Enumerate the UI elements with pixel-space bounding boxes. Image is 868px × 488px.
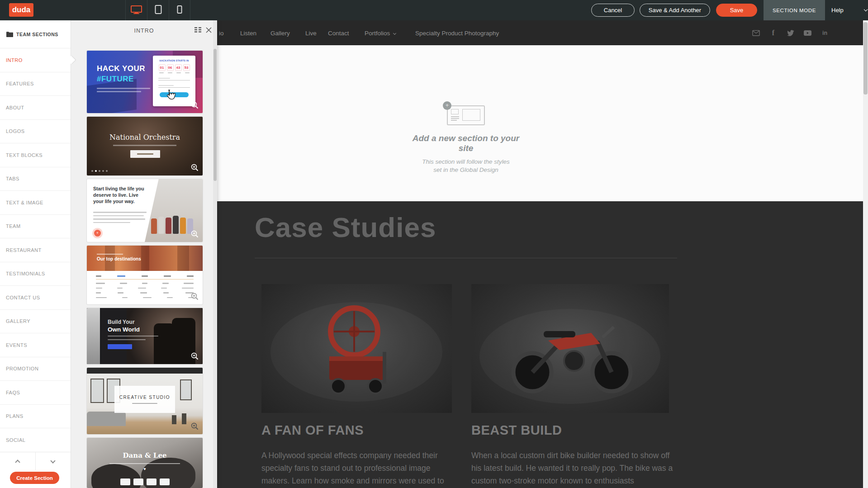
nav-link-gallery[interactable]: Gallery — [270, 30, 290, 37]
case-study-image-fan — [261, 284, 452, 413]
duda-editor: duda Cancel Save & Add Another Save SECT… — [0, 0, 868, 488]
layout-grid-icon[interactable] — [194, 27, 201, 34]
form-button — [160, 92, 189, 97]
create-section-button[interactable]: Create Section — [10, 472, 59, 484]
sidebar-item-text-blocks[interactable]: TEXT BLOCKS — [0, 143, 71, 167]
sidebar-header: TEAM SECTIONS — [0, 20, 71, 48]
thumb-title: National Orchestra — [87, 133, 203, 142]
template-thumbnail-build-your-own-world[interactable]: Build Your Own World — [87, 308, 203, 364]
template-thumbnail-hack-your-future[interactable]: HACK YOUR #FUTURE HACKATHON STARTS IN 01… — [87, 51, 203, 113]
nav-link-listen[interactable]: Listen — [240, 30, 256, 37]
desktop-preview-button[interactable] — [125, 0, 147, 20]
close-icon[interactable] — [206, 27, 212, 34]
zoom-preview-icon[interactable] — [191, 230, 199, 238]
template-thumbnail-top-destinations[interactable]: Our top destinations — [87, 246, 203, 304]
links-table — [96, 275, 194, 302]
panel-scrollbar-thumb[interactable] — [213, 49, 217, 181]
facebook-icon[interactable]: f — [769, 29, 777, 37]
case-study-title: BEAST BUILD — [471, 423, 562, 438]
nav-link-specialty[interactable]: Specialty Product Photography — [415, 30, 499, 37]
mobile-preview-button[interactable] — [169, 0, 190, 20]
nav-link-io[interactable]: io — [219, 30, 224, 37]
nav-link-contact[interactable]: Contact — [328, 30, 349, 37]
chevron-down-icon — [393, 32, 396, 35]
zoom-preview-icon[interactable] — [191, 164, 199, 172]
chevron-down-icon — [864, 8, 868, 11]
chevron-down-icon — [51, 458, 56, 463]
tablet-preview-button[interactable] — [147, 0, 169, 20]
thumb-button — [108, 344, 132, 349]
help-menu[interactable]: Help — [831, 0, 867, 20]
site-nav: io Listen Gallery Live Contact Portfolio… — [217, 20, 868, 45]
nav-link-live[interactable]: Live — [305, 30, 317, 37]
save-add-another-button[interactable]: Save & Add Another — [640, 4, 710, 17]
zoom-preview-icon[interactable] — [191, 293, 199, 301]
sidebar-item-events[interactable]: EVENTS — [0, 333, 71, 357]
thumb-title: Dana & Lee — [87, 451, 203, 460]
thumb-title: Own World — [108, 326, 158, 333]
mobile-icon — [176, 5, 183, 16]
sidebar-item-intro[interactable]: INTRO — [0, 48, 71, 72]
case-study-text: A Hollywood special effects company need… — [261, 449, 455, 487]
card-title: HACKATHON STARTS IN — [153, 59, 195, 62]
plus-icon: + — [443, 101, 451, 110]
sidebar-item-features[interactable]: FEATURES — [0, 72, 71, 96]
thumb-title: Our top destinations — [97, 256, 141, 261]
sidebar-item-testimonials[interactable]: TESTIMONIALS — [0, 262, 71, 286]
heart-icon: ♥ — [87, 467, 203, 471]
zoom-preview-icon[interactable] — [191, 352, 199, 360]
page-scrollbar-thumb[interactable] — [863, 22, 868, 95]
zoom-preview-icon[interactable] — [191, 101, 199, 109]
template-thumbnail-national-orchestra[interactable]: National Orchestra — [87, 117, 203, 175]
sidebar-item-restaurant[interactable]: RESTAURANT — [0, 238, 71, 262]
linkedin-icon[interactable]: in — [821, 29, 829, 37]
sidebar-item-faqs[interactable]: FAQS — [0, 381, 71, 405]
thumb-card: CREATIVE STUDIO — [114, 386, 175, 413]
sidebar-item-team[interactable]: TEAM — [0, 215, 71, 239]
divider — [255, 258, 677, 258]
sidebar-item-text-image[interactable]: TEXT & IMAGE — [0, 191, 71, 215]
sidebar-item-about[interactable]: ABOUT — [0, 96, 71, 120]
template-list: HACK YOUR #FUTURE HACKATHON STARTS IN 01… — [71, 41, 213, 488]
section-mode-badge: SECTION MODE — [764, 0, 825, 20]
placeholder-title: Add a new section to your site — [405, 133, 527, 153]
template-thumbnail-dana-and-lee[interactable]: Dana & Lee ♥ — [87, 438, 203, 488]
scroll-up-button[interactable] — [0, 452, 36, 470]
folder-icon — [6, 31, 13, 37]
desktop-icon — [130, 5, 142, 16]
sidebar-item-gallery[interactable]: GALLERY — [0, 310, 71, 334]
nav-link-portfolios[interactable]: Portfolios — [365, 30, 396, 37]
sidebar-item-promotion[interactable]: PROMOTION — [0, 357, 71, 381]
section-heading: Case Studies — [255, 211, 436, 243]
youtube-icon[interactable] — [804, 29, 811, 37]
template-thumbnail-creative-studio[interactable]: CREATIVE STUDIO — [87, 368, 203, 434]
scroll-down-button[interactable] — [36, 452, 71, 470]
chevron-up-icon — [15, 460, 20, 464]
cancel-button[interactable]: Cancel — [591, 4, 635, 17]
page-scrollbar[interactable] — [863, 20, 868, 488]
sidebar-item-logos[interactable]: LOGOS — [0, 120, 71, 144]
case-study-text: When a local custom dirt bike builder ne… — [471, 449, 675, 487]
sidebar-item-tabs[interactable]: TABS — [0, 167, 71, 191]
plus-icon: + — [94, 230, 101, 237]
countdown-card: HACKATHON STARTS IN 01 06 43 53 — [153, 56, 195, 106]
mail-icon[interactable] — [752, 29, 760, 37]
case-study-title: A FAN OF FANS — [261, 423, 364, 438]
save-button[interactable]: Save — [716, 4, 757, 17]
help-label: Help — [831, 7, 844, 14]
sidebar-item-contact-us[interactable]: CONTACT US — [0, 286, 71, 310]
tablet-icon — [154, 5, 162, 16]
add-section-placeholder[interactable]: + Add a new section to your site This se… — [405, 102, 527, 174]
sidebar-item-social[interactable]: SOCIAL — [0, 428, 71, 452]
case-studies-section: Case Studies — [217, 201, 868, 488]
countdown-boxes — [87, 479, 203, 485]
duda-logo[interactable]: duda — [9, 3, 33, 17]
sidebar-item-plans[interactable]: PLANS — [0, 405, 71, 429]
twitter-icon[interactable] — [787, 29, 794, 37]
section-layout-icon: + — [447, 102, 485, 122]
intro-templates-panel: INTRO HACK YOUR #FUTURE — [71, 20, 217, 488]
zoom-preview-icon[interactable] — [191, 422, 199, 431]
thumb-title: CREATIVE STUDIO — [119, 395, 170, 400]
sidebar-scroll-controls — [0, 452, 71, 470]
template-thumbnail-start-living[interactable]: Start living the life you deserve to liv… — [87, 179, 203, 242]
